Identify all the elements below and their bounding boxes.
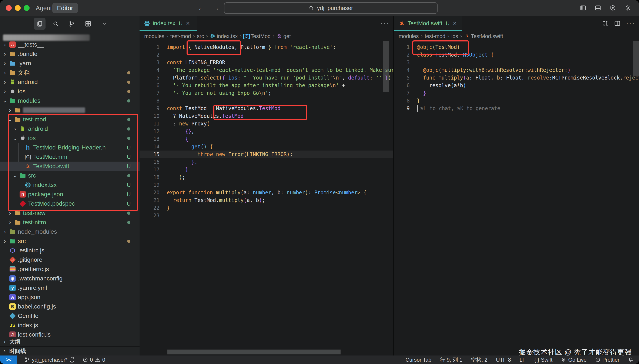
tree-item-.bundle[interactable]: ›.bundle (0, 49, 140, 59)
tree-item-android[interactable]: ›android (0, 124, 140, 134)
breadcrumb-item[interactable]: modules (144, 33, 164, 39)
project-search-box[interactable]: ydj_purchaser (224, 2, 438, 14)
split-editor-button[interactable] (614, 20, 620, 28)
tree-item-文档[interactable]: ›文档 (0, 68, 140, 78)
tree-item-test-new[interactable]: ›test-new (0, 208, 140, 218)
horizontal-scrollbar-left[interactable] (167, 350, 341, 354)
code-editor-right[interactable]: 1@objc(TestMod)2class TestMod: NSObject … (394, 41, 639, 356)
code-line-9[interactable]: 9⌘L to chat, ⌘K to generate (394, 104, 639, 112)
tree-item-.yarn[interactable]: ›.yarn (0, 59, 140, 68)
code-line-2[interactable]: 2 (140, 51, 393, 59)
tree-item-src[interactable]: ⌄src (0, 171, 140, 180)
breadcrumb-item[interactable]: src (197, 33, 204, 39)
code-line-4[interactable]: 4 `The package 'react-native-test-mod' d… (140, 66, 393, 74)
cube-button[interactable] (608, 3, 618, 13)
code-editor-left[interactable]: 1import { NativeModules, Platform } from… (140, 41, 393, 356)
tree-item-testmod-bridging-header.h[interactable]: hTestMod-Bridging-Header.hU (0, 143, 140, 152)
tree-item-testmod.podspec[interactable]: TestMod.podspecU (0, 199, 140, 208)
vertical-scrollbar-right[interactable] (633, 41, 639, 76)
tree-item-testmod.mm[interactable]: [C]TestMod.mmU (0, 152, 140, 162)
traffic-minimize-button[interactable] (15, 5, 21, 11)
gear-button[interactable] (623, 3, 632, 13)
tree-item--tests-[interactable]: ›__tests__ (0, 40, 140, 49)
code-line-6[interactable]: 6 resolve(a*b) (394, 82, 639, 89)
breadcrumb-right[interactable]: modules›test-mod›ios›TestMod.swift (394, 32, 639, 41)
tree-item-src[interactable]: ›src (0, 236, 140, 246)
tree-item-index.tsx[interactable]: index.tsxU (0, 180, 140, 190)
tree-item-.eslintrc.js[interactable]: .eslintrc.js (0, 246, 140, 255)
code-line-11[interactable]: 11 : new Proxy( (140, 120, 393, 128)
section-timeline[interactable]: ›时间线 (0, 346, 140, 356)
code-line-1[interactable]: 1import { NativeModules, Platform } from… (140, 43, 393, 51)
problems-status[interactable]: 0 0 (82, 357, 105, 363)
code-line-14[interactable]: 14 get() { (140, 143, 393, 150)
status-swift[interactable]: { }Swift (534, 357, 552, 363)
more-actions-button[interactable]: ··· (626, 21, 635, 26)
branch-status[interactable]: ydj_purchaser* (24, 357, 75, 363)
code-line-21[interactable]: 21 return TestMod.multiply(a, b); (140, 196, 393, 204)
code-line-7[interactable]: 7 '- You are not using Expo Go\n'; (140, 89, 393, 97)
tree-item-.prettierrc.js[interactable]: .prettierrc.js (0, 264, 140, 274)
tree-item-index.js[interactable]: JSindex.js (0, 321, 140, 330)
tab-index-tsx[interactable]: index.tsxU× (140, 16, 197, 30)
tree-item-ios[interactable]: ›ios (0, 87, 140, 96)
nav-forward-button[interactable]: → (211, 2, 221, 14)
tree-item-android[interactable]: ›android (0, 78, 140, 87)
code-line-17[interactable]: 17 } (140, 166, 393, 174)
code-line-18[interactable]: 18 ); (140, 174, 393, 181)
breadcrumb-item[interactable]: index.tsx (210, 33, 238, 39)
breadcrumb-item[interactable]: get (277, 33, 291, 39)
code-line-16[interactable]: 16 }, (140, 158, 393, 166)
code-line-23[interactable]: 23 (140, 212, 393, 220)
breadcrumb-item[interactable]: test-mod (425, 33, 445, 39)
breadcrumb-item[interactable]: ios (451, 33, 458, 39)
code-line-12[interactable]: 12 {}, (140, 128, 393, 135)
code-line-4[interactable]: 4 @objc(multiply:withB:withResolver:with… (394, 66, 639, 74)
code-line-3[interactable]: 3const LINKING_ERROR = (140, 59, 393, 66)
breadcrumb-item[interactable]: TestMod.swift (464, 33, 503, 39)
section-outline[interactable]: ›大纲 (0, 337, 140, 346)
status-lf[interactable]: LF (519, 357, 526, 363)
tree-item-package.json[interactable]: npackage.jsonU (0, 190, 140, 199)
code-line-1[interactable]: 1@objc(TestMod) (394, 43, 639, 51)
status-go-live[interactable]: Go Live (561, 357, 586, 363)
tab-testmod-swift[interactable]: TestMod.swiftU× (394, 16, 462, 30)
tree-item-app.json[interactable]: Aapp.json (0, 292, 140, 302)
tree-item-test-mod[interactable]: ⌄test-mod (0, 115, 140, 124)
code-line-8[interactable]: 8} (394, 97, 639, 104)
tree-item-.gitignore[interactable]: ⎇.gitignore (0, 255, 140, 264)
status-bell[interactable] (628, 357, 633, 362)
code-line-7[interactable]: 7 } (394, 89, 639, 97)
editor-tab[interactable]: Editor (52, 3, 78, 13)
breadcrumb-item[interactable]: test-mod (170, 33, 191, 39)
code-line-20[interactable]: 20export function multiply(a: number, b:… (140, 189, 393, 196)
code-line-3[interactable]: 3 (394, 59, 639, 66)
status-cursor-tab[interactable]: Cursor Tab (405, 357, 431, 363)
tree-item-.watchmanconfig[interactable]: ◉.watchmanconfig (0, 274, 140, 283)
tree-item-testmod.swift[interactable]: TestMod.swiftU (0, 162, 140, 171)
more-actions-button[interactable]: ··· (380, 21, 389, 26)
tree-item-node-modules[interactable]: ›node_modules (0, 227, 140, 236)
code-line-15[interactable]: 15 throw new Error(LINKING_ERROR); (140, 150, 393, 158)
tree-item-gemfile[interactable]: Gemfile (0, 311, 140, 321)
layout-panel-button[interactable] (593, 3, 603, 13)
code-line-8[interactable]: 8 (140, 97, 393, 104)
code-line-5[interactable]: 5 func multiply(a: Float, b: Float, reso… (394, 74, 639, 82)
tree-item-ios[interactable]: ⌄ios (0, 134, 140, 143)
code-line-5[interactable]: 5 Platform.select({ ios: "- You have run… (140, 74, 393, 82)
code-line-9[interactable]: 9const TestMod = NativeModules.TestMod (140, 104, 393, 112)
tree-item-test-nitro[interactable]: ›test-nitro (0, 218, 140, 227)
tab-close-button[interactable]: × (453, 20, 457, 27)
status-prettier[interactable]: Prettier (595, 357, 619, 363)
tree-item-babel.config.js[interactable]: Bbabel.config.js (0, 302, 140, 311)
tree-item-.yarnrc.yml[interactable]: y.yarnrc.yml (0, 283, 140, 292)
code-line-19[interactable]: 19 (140, 181, 393, 189)
breadcrumb-left[interactable]: modules›test-mod›src›index.tsx›[∅]TestMo… (140, 32, 393, 41)
layout-sidebar-button[interactable] (578, 3, 588, 13)
tree-item-modules[interactable]: ⌄modules (0, 96, 140, 106)
code-line-13[interactable]: 13 { (140, 135, 393, 143)
remote-indicator[interactable]: >< (0, 356, 17, 364)
open-changes-button[interactable] (602, 20, 608, 28)
vertical-scrollbar-left[interactable] (383, 41, 389, 92)
code-line-6[interactable]: 6 '- You rebuilt the app after installin… (140, 82, 393, 89)
